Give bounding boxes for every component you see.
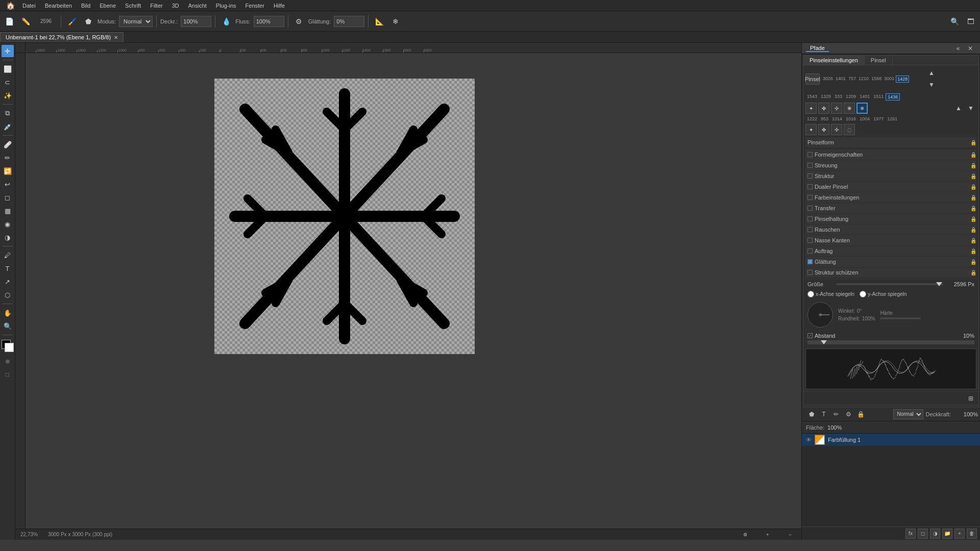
- tool-hand[interactable]: ✋: [2, 307, 14, 319]
- modus-select[interactable]: Normal: [119, 16, 153, 27]
- brush-icon-2[interactable]: ✤: [818, 103, 829, 114]
- quick-mask-btn[interactable]: ◎: [2, 355, 14, 367]
- brush-select-btn[interactable]: Pinsel: [805, 73, 820, 85]
- glattung-lock[interactable]: 🔒: [970, 259, 976, 265]
- fx-btn[interactable]: fx: [905, 529, 916, 539]
- angle-dial[interactable]: [807, 302, 833, 328]
- tool-shape[interactable]: ⬡: [2, 289, 14, 301]
- brush-settings-tab[interactable]: Pinseleinstellungen: [803, 56, 865, 65]
- canvas-viewport[interactable]: [26, 53, 801, 529]
- status-settings-btn[interactable]: ⚙: [739, 529, 751, 540]
- brush-tool-btn[interactable]: ✏️: [18, 14, 33, 29]
- group-btn[interactable]: 📁: [942, 529, 952, 539]
- brush-icon-b3[interactable]: ✣: [831, 124, 842, 135]
- layer-icon-3[interactable]: ✏: [830, 409, 842, 420]
- adj-layer-btn[interactable]: ◑: [930, 529, 940, 539]
- glattung-input[interactable]: [334, 16, 364, 27]
- symmetry-btn[interactable]: ❄: [388, 14, 403, 29]
- pinselhaltung-row[interactable]: Pinselhaltung 🔒: [805, 214, 976, 224]
- brush-icon-selected[interactable]: ❄: [856, 103, 868, 114]
- angle-btn[interactable]: 📐: [372, 14, 386, 29]
- rauschen-lock[interactable]: 🔒: [970, 227, 976, 233]
- layer-row-1[interactable]: 👁 Farbfüllung 1: [802, 434, 980, 446]
- pinselform-lock[interactable]: 🔒: [970, 140, 976, 145]
- pfade-collapse-btn[interactable]: «: [952, 43, 964, 54]
- struktur-schutzen-lock[interactable]: 🔒: [970, 270, 976, 276]
- layer-icon-2[interactable]: T: [818, 409, 829, 420]
- tool-heal[interactable]: 🩹: [2, 138, 14, 151]
- menu-hilfe[interactable]: Hilfe: [270, 2, 289, 10]
- brush-scroll-up[interactable]: ▲: [926, 67, 937, 79]
- tool-crop[interactable]: ⧉: [2, 107, 14, 119]
- glattung-settings-btn[interactable]: ⚙: [292, 14, 306, 29]
- brush-icon-3[interactable]: ✣: [831, 103, 842, 114]
- formeigenschaften-lock[interactable]: 🔒: [970, 152, 976, 158]
- tool-magic-wand[interactable]: ✨: [2, 89, 14, 102]
- brush-preset-btn[interactable]: 🖌️: [65, 14, 79, 29]
- layer-eye-1[interactable]: 👁: [806, 437, 812, 443]
- new-doc-btn[interactable]: 📄: [2, 14, 16, 29]
- y-achse-radio[interactable]: [860, 291, 866, 297]
- menu-datei[interactable]: Datei: [18, 2, 40, 10]
- auftrag-lock[interactable]: 🔒: [970, 248, 976, 254]
- menu-ebene[interactable]: Ebene: [95, 2, 120, 10]
- brush-size-btn[interactable]: 2596: [35, 14, 57, 29]
- home-btn[interactable]: 🏠: [3, 0, 17, 13]
- menu-ansicht[interactable]: Ansicht: [184, 2, 211, 10]
- auftrag-row[interactable]: Auftrag 🔒: [805, 246, 976, 256]
- tool-blur[interactable]: ◉: [2, 218, 14, 230]
- arrange-btn[interactable]: 🗔: [964, 14, 978, 29]
- dualer-row[interactable]: Dualer Pinsel 🔒: [805, 182, 976, 192]
- brush-icon-4[interactable]: ❋: [844, 103, 855, 114]
- pinselform-title[interactable]: Pinselform 🔒: [805, 137, 976, 147]
- farbeinstellungen-row[interactable]: Farbeinstellungen 🔒: [805, 192, 976, 203]
- fluss-input[interactable]: [254, 16, 284, 27]
- tool-zoom[interactable]: 🔍: [2, 320, 14, 332]
- brush-tab[interactable]: Pinsel: [865, 56, 893, 65]
- canvas-area[interactable]: -1800 -1600 -1400 -1200 -1000 -800 -600 …: [15, 43, 801, 540]
- fg-color-swatch[interactable]: [2, 340, 14, 352]
- menu-plugins[interactable]: Plug-ins: [212, 2, 240, 10]
- dualer-lock[interactable]: 🔒: [970, 184, 976, 190]
- struktur-lock[interactable]: 🔒: [970, 173, 976, 179]
- zoom-in-btn[interactable]: +: [762, 529, 774, 540]
- farbeinstellungen-lock[interactable]: 🔒: [970, 195, 976, 201]
- tool-history-brush[interactable]: ↩: [2, 178, 14, 190]
- tool-stamp[interactable]: 🔁: [2, 165, 14, 177]
- menu-3d[interactable]: 3D: [168, 2, 183, 10]
- new-layer-btn[interactable]: +: [954, 529, 965, 539]
- pfade-close-btn[interactable]: ✕: [965, 43, 976, 54]
- abstand-check[interactable]: [807, 333, 813, 338]
- tool-move[interactable]: ✛: [2, 45, 14, 57]
- menu-filter[interactable]: Filter: [146, 2, 166, 10]
- doc-tab[interactable]: Unbenannt-1 bei 22,7% (Ebene 1, RGB/8) ✕: [0, 32, 124, 42]
- pinselhaltung-lock[interactable]: 🔒: [970, 216, 976, 222]
- screen-mode-btn[interactable]: ⬚: [2, 368, 14, 381]
- menu-bild[interactable]: Bild: [77, 2, 94, 10]
- nasse-kanten-row[interactable]: Nasse Kanten 🔒: [805, 235, 976, 245]
- nasse-kanten-lock[interactable]: 🔒: [970, 238, 976, 243]
- brush-icon-b4[interactable]: ◌: [844, 124, 855, 135]
- abstand-slider[interactable]: [807, 340, 974, 344]
- add-mask-btn[interactable]: ◻: [918, 529, 928, 539]
- streuung-row[interactable]: Streuung 🔒: [805, 160, 976, 170]
- search-btn[interactable]: 🔍: [947, 14, 962, 29]
- menu-schrift[interactable]: Schrift: [121, 2, 145, 10]
- layer-icon-5[interactable]: 🔒: [855, 409, 866, 420]
- delete-layer-btn[interactable]: 🗑: [967, 529, 977, 539]
- zoom-out-btn[interactable]: −: [784, 529, 796, 540]
- doc-tab-close[interactable]: ✕: [114, 35, 118, 40]
- brush-expand-btn[interactable]: ⊞: [965, 393, 976, 404]
- tool-lasso[interactable]: ⊂: [2, 76, 14, 88]
- brush-scroll-down[interactable]: ▼: [926, 79, 937, 90]
- brush-icon-b1[interactable]: ✦: [805, 124, 817, 135]
- x-achse-radio[interactable]: [807, 291, 814, 297]
- transfer-lock[interactable]: 🔒: [970, 206, 976, 211]
- transfer-row[interactable]: Transfer 🔒: [805, 203, 976, 213]
- menu-bearbeiten[interactable]: Bearbeiten: [41, 2, 76, 10]
- tool-dodge[interactable]: ◑: [2, 231, 14, 243]
- hardness-track[interactable]: [880, 317, 921, 319]
- tool-path-select[interactable]: ↗: [2, 276, 14, 288]
- brush-nav-up[interactable]: ▲: [953, 103, 964, 114]
- glattung-row[interactable]: ✓ Glättung 🔒: [805, 257, 976, 267]
